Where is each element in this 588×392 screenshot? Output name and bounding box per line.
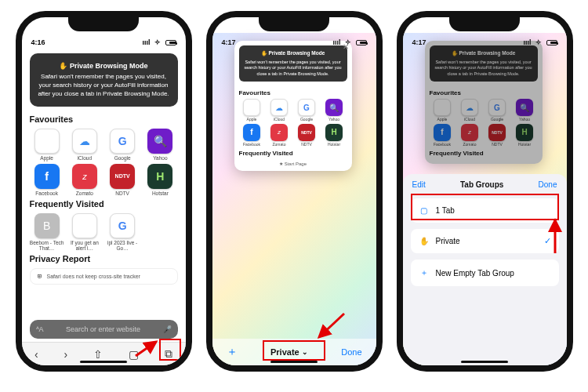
notch [449, 17, 520, 31]
privacy-row[interactable]: ⛨ Safari does not keep cross-site tracke… [30, 268, 178, 285]
cell-label: 1 Tab [436, 206, 455, 215]
new-tab-group-button[interactable]: ＋ New Empty Tab Group [411, 260, 559, 286]
private-browsing-banner: ✋ Private Browsing Mode Safari won't rem… [430, 45, 538, 82]
fav-icloud[interactable]: ☁iCloud [67, 129, 102, 161]
tab-title: ★ Start Page [239, 161, 347, 166]
freq-ipl[interactable]: Gipl 2023 live - Go… [105, 213, 140, 251]
frequently-grid: BBeebom - Tech That… If you get an alert… [30, 213, 178, 251]
apple-icon [34, 129, 60, 154]
tab-groups-sheet: Edit Tab Groups Done ▢ 1 Tab ✋ Private ✓… [403, 174, 567, 365]
battery-icon [546, 40, 557, 45]
phone-1: 4:16 ıııl ✧ ✋ Private Browsing Mode Safa… [16, 11, 192, 372]
shield-icon: ⛨ [37, 274, 42, 279]
share-button[interactable]: ⇧ [93, 348, 103, 361]
status-indicators: ıııl ✧ [521, 38, 557, 46]
checkmark-icon: ✓ [544, 236, 551, 246]
favourites-grid: Apple ☁iCloud GGoogle 🔍Yahoo fFacebook z… [30, 129, 178, 196]
notch [68, 17, 139, 31]
fav-zomato[interactable]: zZomato [67, 164, 102, 196]
home-indicator[interactable] [461, 361, 508, 363]
privacy-aa-icon[interactable]: ᴬA [36, 325, 44, 333]
apple-icon [243, 99, 260, 116]
google-icon: G [110, 213, 135, 238]
tab-thumbnail[interactable]: ✕ ✋ Private Browsing Mode Safari won't r… [234, 41, 352, 171]
frequently-heading: Frequently Visited [239, 150, 347, 157]
status-bar: 4:17 ıııl ✧ [403, 33, 567, 49]
private-browsing-banner: ✋ Private Browsing Mode Safari won't rem… [30, 53, 178, 107]
wifi-icon: ✧ [535, 38, 542, 46]
search-icon: 🔍 [147, 129, 172, 154]
fav-google[interactable]: GGoogle [105, 129, 140, 161]
new-tab-button[interactable]: ＋ [227, 345, 238, 359]
status-indicators: ıııl ✧ [330, 38, 366, 46]
done-button[interactable]: Done [341, 347, 361, 357]
tab-group-selector[interactable]: Private ⌄ [270, 347, 308, 357]
banner-title: ✋ Private Browsing Mode [36, 61, 172, 71]
favourites-heading: Favourites [239, 89, 347, 96]
signal-icon: ıııl [523, 38, 531, 46]
google-icon: G [488, 99, 506, 116]
search-icon: 🔍 [516, 99, 533, 116]
status-time: 4:17 [412, 38, 426, 46]
fav-ndtv[interactable]: NDTVNDTV [105, 164, 140, 196]
facebook-icon: f [34, 164, 60, 189]
fav-hotstar[interactable]: HHotstar [143, 164, 177, 196]
status-bar: 4:17 ıııl ✧ [212, 33, 376, 49]
cell-label: New Empty Tab Group [436, 269, 514, 278]
done-button[interactable]: Done [539, 180, 557, 189]
search-placeholder: Search or enter website [49, 325, 158, 333]
private-browsing-banner: ✋ Private Browsing Mode Safari won't rem… [239, 45, 347, 82]
zomato-icon: z [461, 124, 478, 141]
frequently-heading: Frequently Visited [30, 199, 178, 209]
status-bar: 4:16 ıııl ✧ [22, 33, 186, 49]
signal-icon: ıııl [332, 38, 340, 46]
tabs-button[interactable]: ⧉ [165, 347, 172, 361]
battery-icon [165, 40, 176, 45]
freq-beebom[interactable]: BBeebom - Tech That… [30, 213, 64, 251]
phone-2: 4:17 ıııl ✧ ✕ ✋ Private Browsing Mode Sa… [206, 11, 383, 372]
phone-3: 4:17 ıııl ✧ ✋ Private Browsing Mode Safa… [397, 11, 573, 372]
ndtv-icon: NDTV [110, 164, 135, 189]
tab-icon: ▢ [419, 206, 430, 215]
address-bar[interactable]: ᴬA Search or enter website 🎤 [30, 320, 178, 339]
mic-icon[interactable]: 🎤 [163, 325, 172, 333]
home-indicator[interactable] [80, 361, 127, 363]
fav-apple[interactable]: Apple [30, 129, 64, 161]
search-icon: 🔍 [325, 99, 343, 116]
fav-facebook[interactable]: fFacebook [30, 164, 64, 196]
tab-group-1tab[interactable]: ▢ 1 Tab [411, 198, 559, 223]
fav-yahoo[interactable]: 🔍Yahoo [143, 129, 177, 161]
hotstar-icon: H [147, 164, 172, 189]
apple-icon [434, 99, 451, 116]
cloud-icon: ☁ [270, 99, 288, 116]
chevron-down-icon: ⌄ [302, 348, 308, 356]
google-icon: G [298, 99, 315, 116]
hand-icon: ✋ [419, 237, 430, 245]
cell-label: Private [436, 237, 460, 245]
tab-group-private[interactable]: ✋ Private ✓ [411, 229, 559, 253]
favourites-grid: Apple ☁iCloud GGoogle 🔍Yahoo fFacebook z… [239, 99, 347, 147]
cloud-icon: ☁ [72, 129, 97, 154]
banner-body: Safari won't remember the pages you visi… [243, 60, 343, 77]
ndtv-icon: NDTV [298, 124, 315, 141]
back-button[interactable]: ‹ [34, 348, 38, 361]
favourites-heading: Favourites [30, 114, 178, 124]
forward-button[interactable]: › [64, 348, 68, 361]
hotstar-icon: H [325, 124, 343, 141]
beebom-icon: B [34, 213, 60, 238]
privacy-text: Safari does not keep cross-site tracker [47, 274, 140, 279]
start-page-content[interactable]: ✋ Private Browsing Mode Safari won't rem… [22, 49, 186, 317]
edit-button[interactable]: Edit [412, 180, 426, 189]
zomato-icon: z [270, 124, 288, 141]
freq-apple-alert[interactable]: If you get an alert i… [67, 213, 102, 251]
sheet-title: Tab Groups [460, 180, 503, 189]
home-indicator[interactable] [270, 361, 318, 363]
wifi-icon: ✧ [345, 38, 351, 46]
battery-icon [356, 40, 367, 45]
bookmarks-button[interactable]: ▢ [129, 348, 139, 361]
status-indicators: ıııl ✧ [140, 38, 176, 46]
hotstar-icon: H [516, 124, 533, 141]
plus-icon: ＋ [419, 267, 430, 278]
banner-body: Safari won't remember the pages you visi… [36, 73, 172, 98]
status-time: 4:17 [222, 38, 236, 46]
